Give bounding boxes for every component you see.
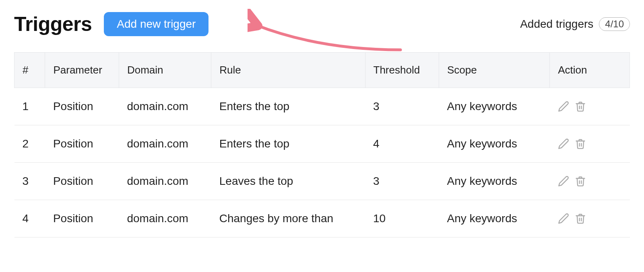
delete-icon[interactable] <box>575 213 586 224</box>
cell-actions <box>550 125 630 163</box>
col-header-number: # <box>14 53 45 88</box>
col-header-domain: Domain <box>119 53 211 88</box>
edit-icon[interactable] <box>558 101 569 112</box>
triggers-table-body: 1 Position domain.com Enters the top 3 A… <box>14 88 630 237</box>
col-header-scope: Scope <box>439 53 549 88</box>
cell-rule: Enters the top <box>211 88 365 125</box>
table-row: 4 Position domain.com Changes by more th… <box>14 200 630 237</box>
cell-parameter: Position <box>45 200 119 237</box>
edit-icon[interactable] <box>558 213 569 224</box>
col-header-action: Action <box>550 53 630 88</box>
cell-threshold: 4 <box>365 125 439 163</box>
cell-parameter: Position <box>45 163 119 200</box>
col-header-threshold: Threshold <box>365 53 439 88</box>
cell-domain: domain.com <box>119 200 211 237</box>
cell-actions <box>550 163 630 200</box>
page-title: Triggers <box>14 12 92 36</box>
col-header-rule: Rule <box>211 53 365 88</box>
delete-icon[interactable] <box>575 176 586 187</box>
add-new-trigger-button[interactable]: Add new trigger <box>104 12 208 36</box>
table-header-row: # Parameter Domain Rule Threshold Scope … <box>14 53 630 88</box>
added-triggers-label: Added triggers <box>520 18 593 31</box>
page-header: Triggers Add new trigger Added triggers … <box>14 12 630 36</box>
cell-number: 3 <box>14 163 45 200</box>
cell-threshold: 3 <box>365 88 439 125</box>
cell-rule: Changes by more than <box>211 200 365 237</box>
delete-icon[interactable] <box>575 138 586 149</box>
col-header-parameter: Parameter <box>45 53 119 88</box>
cell-parameter: Position <box>45 125 119 163</box>
edit-icon[interactable] <box>558 176 569 187</box>
cell-rule: Leaves the top <box>211 163 365 200</box>
table-row: 1 Position domain.com Enters the top 3 A… <box>14 88 630 125</box>
table-row: 3 Position domain.com Leaves the top 3 A… <box>14 163 630 200</box>
cell-parameter: Position <box>45 88 119 125</box>
added-triggers-counter: Added triggers 4/10 <box>520 17 630 31</box>
table-row: 2 Position domain.com Enters the top 4 A… <box>14 125 630 163</box>
added-triggers-count: 4/10 <box>599 17 630 31</box>
cell-domain: domain.com <box>119 88 211 125</box>
cell-domain: domain.com <box>119 125 211 163</box>
cell-number: 1 <box>14 88 45 125</box>
cell-threshold: 3 <box>365 163 439 200</box>
delete-icon[interactable] <box>575 101 586 112</box>
cell-rule: Enters the top <box>211 125 365 163</box>
cell-scope: Any keywords <box>439 200 549 237</box>
cell-actions <box>550 88 630 125</box>
cell-domain: domain.com <box>119 163 211 200</box>
triggers-table: # Parameter Domain Rule Threshold Scope … <box>14 52 630 237</box>
cell-threshold: 10 <box>365 200 439 237</box>
cell-scope: Any keywords <box>439 125 549 163</box>
cell-actions <box>550 200 630 237</box>
cell-number: 4 <box>14 200 45 237</box>
cell-number: 2 <box>14 125 45 163</box>
cell-scope: Any keywords <box>439 88 549 125</box>
annotation-arrow-icon <box>248 9 409 53</box>
cell-scope: Any keywords <box>439 163 549 200</box>
edit-icon[interactable] <box>558 138 569 149</box>
